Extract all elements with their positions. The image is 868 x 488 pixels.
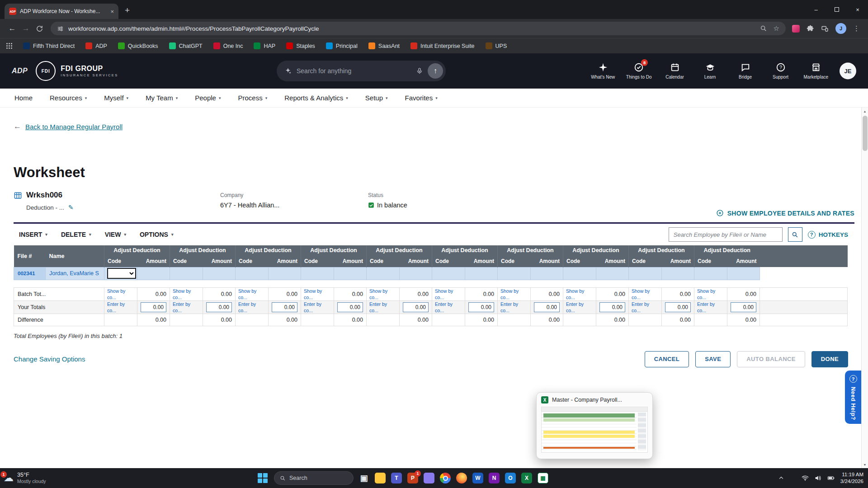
nav-item-my-team[interactable]: My Team▾ bbox=[146, 94, 178, 102]
view-menu-button[interactable]: VIEW▾ bbox=[105, 231, 126, 238]
your-total-amount-input[interactable] bbox=[534, 302, 560, 312]
nav-item-reports-analytics[interactable]: Reports & Analytics▾ bbox=[284, 94, 348, 102]
employee-code-cell[interactable] bbox=[367, 267, 400, 280]
wifi-icon[interactable] bbox=[802, 474, 809, 482]
your-total-amount-input[interactable] bbox=[731, 302, 756, 312]
bookmark-item[interactable]: Principal bbox=[326, 42, 358, 49]
reload-icon[interactable] bbox=[33, 22, 46, 35]
done-button[interactable]: DONE bbox=[811, 351, 848, 367]
enter-by-code-link[interactable]: Enter by co... bbox=[632, 301, 649, 313]
cancel-button[interactable]: CANCEL bbox=[645, 351, 689, 367]
minimize-button[interactable]: – bbox=[806, 0, 826, 19]
bookmark-star-icon[interactable]: ☆ bbox=[774, 24, 779, 33]
bookmark-item[interactable]: Intuit Enterprise Suite bbox=[410, 42, 475, 49]
forward-icon[interactable]: → bbox=[19, 22, 33, 35]
show-by-code-link[interactable]: Show by co... bbox=[173, 288, 191, 300]
nav-item-favorites[interactable]: Favorites▾ bbox=[405, 94, 438, 102]
bookmark-item[interactable]: ADP bbox=[85, 42, 107, 49]
taskbar-task-view-icon[interactable]: ▣ bbox=[358, 472, 370, 484]
header-bridge-button[interactable]: Bridge bbox=[733, 62, 758, 80]
your-total-amount-input[interactable] bbox=[141, 302, 166, 312]
lens-search-icon[interactable] bbox=[760, 25, 767, 32]
employee-amount-cell[interactable] bbox=[137, 267, 170, 280]
enter-by-code-link[interactable]: Enter by co... bbox=[238, 301, 256, 313]
enter-by-code-link[interactable]: Enter by co... bbox=[369, 301, 387, 313]
show-by-code-link[interactable]: Show by co... bbox=[238, 288, 256, 300]
bookmark-item[interactable]: One Inc bbox=[213, 42, 243, 49]
header-support-button[interactable]: ?Support bbox=[769, 62, 793, 80]
header-calendar-button[interactable]: Calendar bbox=[663, 62, 687, 80]
search-submit-button[interactable]: ↑ bbox=[428, 63, 443, 79]
site-info-icon[interactable] bbox=[57, 25, 64, 32]
apps-grid-icon[interactable] bbox=[6, 43, 12, 49]
header-marketplace-button[interactable]: Marketplace bbox=[804, 62, 828, 80]
taskbar-chrome-icon[interactable] bbox=[439, 472, 451, 484]
bookmark-item[interactable]: SaasAnt bbox=[368, 42, 400, 49]
taskbar-file-explorer-icon[interactable] bbox=[374, 472, 386, 484]
browser-tab[interactable]: ADP ADP Workforce Now - Workshe... × bbox=[5, 4, 118, 19]
bookmark-item[interactable]: ChatGPT bbox=[169, 42, 203, 49]
enter-by-code-link[interactable]: Enter by co... bbox=[566, 301, 584, 313]
employee-search-input[interactable] bbox=[669, 227, 783, 242]
taskbar-loop-icon[interactable] bbox=[423, 472, 435, 484]
nav-item-process[interactable]: Process▾ bbox=[238, 94, 267, 102]
employee-amount-cell[interactable] bbox=[662, 267, 694, 280]
weather-widget[interactable]: ☁1 35°F Mostly cloudy bbox=[4, 468, 46, 488]
enter-by-code-link[interactable]: Enter by co... bbox=[107, 301, 125, 313]
show-by-code-link[interactable]: Show by co... bbox=[107, 288, 125, 300]
show-by-code-link[interactable]: Show by co... bbox=[304, 288, 322, 300]
show-employee-details-link[interactable]: SHOW EMPLOYEE DETAILS AND RATES bbox=[716, 209, 854, 217]
employee-amount-cell[interactable] bbox=[727, 267, 760, 280]
employee-code-cell[interactable] bbox=[104, 267, 137, 280]
hotkeys-link[interactable]: ? HOTKEYS bbox=[808, 231, 848, 239]
taskbar-word-icon[interactable]: W bbox=[472, 472, 484, 484]
show-by-code-link[interactable]: Show by co... bbox=[369, 288, 387, 300]
start-button[interactable] bbox=[258, 473, 268, 483]
employee-code-cell[interactable] bbox=[432, 267, 465, 280]
spreadsheet-thumbnail[interactable] bbox=[541, 407, 648, 453]
volume-icon[interactable] bbox=[814, 474, 821, 482]
taskbar-outlook-icon[interactable]: O bbox=[505, 472, 516, 484]
delete-menu-button[interactable]: DELETE▾ bbox=[61, 231, 91, 238]
employee-code-cell[interactable] bbox=[170, 267, 203, 280]
your-total-amount-input[interactable] bbox=[599, 302, 625, 312]
show-by-code-link[interactable]: Show by co... bbox=[632, 288, 650, 300]
pen-icon[interactable] bbox=[790, 475, 796, 481]
your-total-amount-input[interactable] bbox=[665, 302, 691, 312]
taskbar-clock[interactable]: 11:19 AM 3/24/2026 bbox=[840, 471, 863, 485]
enter-by-code-link[interactable]: Enter by co... bbox=[500, 301, 518, 313]
enter-by-code-link[interactable]: Enter by co... bbox=[173, 301, 190, 313]
employee-code-cell[interactable] bbox=[236, 267, 269, 280]
taskbar-sheets-icon[interactable]: ▦ bbox=[537, 472, 549, 484]
enter-by-code-link[interactable]: Enter by co... bbox=[435, 301, 453, 313]
maximize-button[interactable] bbox=[826, 0, 847, 19]
tab-close-icon[interactable]: × bbox=[110, 8, 114, 15]
employee-code-cell[interactable] bbox=[563, 267, 596, 280]
devices-icon[interactable] bbox=[821, 25, 829, 33]
taskbar-teams-icon[interactable]: T bbox=[391, 472, 402, 484]
bookmark-item[interactable]: QuickBooks bbox=[118, 42, 158, 49]
url-bar[interactable]: workforcenow.adp.com/theme/admin.html#/P… bbox=[51, 22, 786, 35]
taskbar-excel-icon[interactable]: X bbox=[521, 472, 533, 484]
employee-amount-cell[interactable] bbox=[269, 267, 301, 280]
scroll-up-arrow-icon[interactable]: ▲ bbox=[862, 108, 868, 115]
bookmark-item[interactable]: UPS bbox=[486, 42, 507, 49]
enter-by-code-link[interactable]: Enter by co... bbox=[304, 301, 321, 313]
employee-search-button[interactable] bbox=[788, 227, 802, 242]
nav-item-resources[interactable]: Resources▾ bbox=[50, 94, 87, 102]
global-search-input[interactable] bbox=[297, 67, 411, 75]
browser-menu-icon[interactable]: ⋮ bbox=[853, 24, 860, 33]
nav-item-setup[interactable]: Setup▾ bbox=[365, 94, 388, 102]
nav-item-home[interactable]: Home bbox=[14, 94, 33, 102]
extensions-puzzle-icon[interactable] bbox=[807, 25, 814, 33]
hidden-icons-chevron-icon[interactable] bbox=[778, 475, 784, 481]
new-tab-button[interactable]: + bbox=[125, 5, 130, 15]
your-total-amount-input[interactable] bbox=[206, 302, 232, 312]
bookmark-item[interactable]: Staples bbox=[286, 42, 315, 49]
battery-icon[interactable] bbox=[827, 474, 835, 482]
save-button[interactable]: SAVE bbox=[695, 351, 731, 367]
employee-code-cell[interactable] bbox=[301, 267, 334, 280]
header-learn-button[interactable]: Learn bbox=[698, 62, 722, 80]
employee-amount-cell[interactable] bbox=[334, 267, 367, 280]
mic-icon[interactable] bbox=[416, 67, 423, 75]
